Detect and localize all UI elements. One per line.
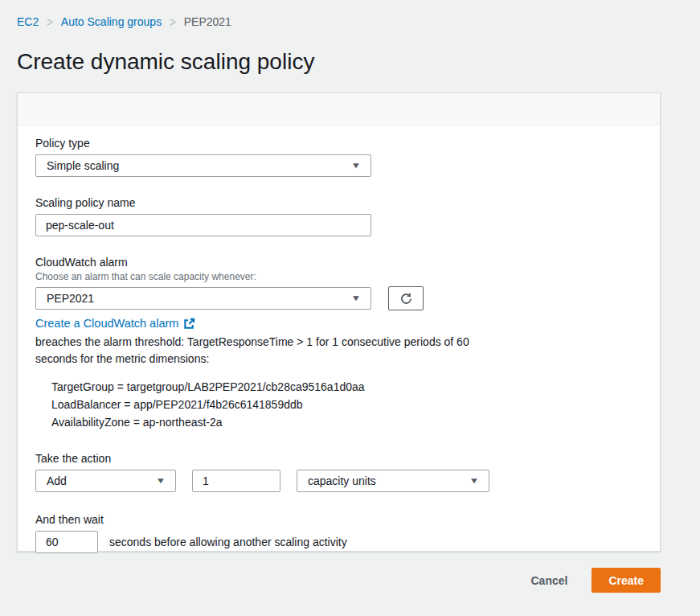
card-header [18,93,660,125]
chevron-right-icon: > [170,14,176,30]
cloudwatch-alarm-selected-value: PEP2021 [47,292,94,305]
cooldown-suffix-text: seconds before allowing another scaling … [109,536,347,548]
cooldown-label: And then wait [35,513,642,526]
take-action-label: Take the action [35,452,642,465]
chevron-down-icon: ▼ [351,294,362,302]
alarm-threshold-text: breaches the alarm threshold: TargetResp… [35,334,484,368]
create-cloudwatch-alarm-link-label: Create a CloudWatch alarm [35,317,178,330]
dimension-availability-zone: AvailabilityZone = ap-northeast-2a [51,413,642,431]
refresh-alarms-button[interactable] [388,286,424,310]
cloudwatch-alarm-description: Choose an alarm that can scale capacity … [35,271,642,282]
action-operation-select[interactable]: Add ▼ [35,470,176,492]
action-operation-selected-value: Add [47,474,67,487]
policy-name-input[interactable] [35,214,371,236]
action-amount-input[interactable] [192,470,280,492]
take-action-row: Add ▼ capacity units ▼ [35,470,642,492]
cooldown-row: seconds before allowing another scaling … [35,531,642,553]
chevron-right-icon: > [47,14,53,30]
dimension-target-group: TargetGroup = targetgroup/LAB2PEP2021/cb… [51,378,642,396]
cloudwatch-alarm-select[interactable]: PEP2021 ▼ [35,287,371,310]
action-unit-selected-value: capacity units [308,474,376,487]
chevron-down-icon: ▼ [156,477,166,485]
alarm-metric-dimensions: TargetGroup = targetgroup/LAB2PEP2021/cb… [51,378,642,431]
external-link-icon [183,318,195,330]
refresh-icon [399,292,413,306]
action-unit-select[interactable]: capacity units ▼ [297,470,489,492]
chevron-down-icon: ▼ [351,162,362,170]
policy-name-label: Scaling policy name [35,196,642,209]
breadcrumb-current-pep2021: PEP2021 [184,15,231,28]
page-title: Create dynamic scaling policy [17,49,314,75]
breadcrumb-link-auto-scaling-groups[interactable]: Auto Scaling groups [61,15,162,28]
policy-type-label: Policy type [35,137,642,150]
breadcrumb-link-ec2[interactable]: EC2 [17,15,39,28]
dimension-load-balancer: LoadBalancer = app/PEP2021/f4b26c6141859… [51,396,642,413]
cancel-button[interactable]: Cancel [527,569,571,592]
create-scaling-policy-page: EC2 > Auto Scaling groups > PEP2021 Crea… [0,0,700,616]
create-cloudwatch-alarm-link[interactable]: Create a CloudWatch alarm [35,317,642,330]
breadcrumb: EC2 > Auto Scaling groups > PEP2021 [17,15,231,28]
policy-type-select[interactable]: Simple scaling ▼ [35,154,371,177]
scaling-policy-form-card: Policy type Simple scaling ▼ Scaling pol… [17,92,661,552]
cloudwatch-alarm-label: CloudWatch alarm [35,256,642,269]
card-body: Policy type Simple scaling ▼ Scaling pol… [18,125,660,553]
policy-type-selected-value: Simple scaling [47,159,119,172]
cooldown-seconds-input[interactable] [35,531,98,553]
chevron-down-icon: ▼ [469,477,480,485]
cloudwatch-alarm-row: PEP2021 ▼ [35,286,642,310]
create-button[interactable]: Create [592,568,661,593]
footer-actions: Cancel Create [527,568,661,593]
